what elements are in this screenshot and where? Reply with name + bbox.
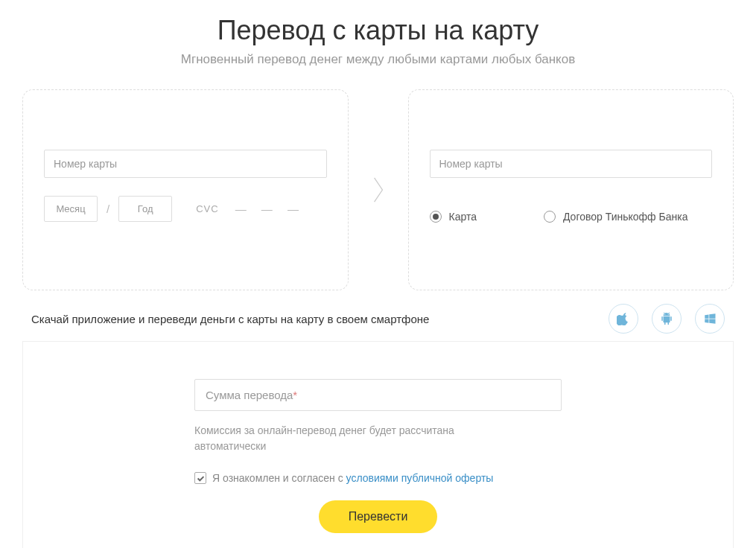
radio-label-card: Карта xyxy=(449,211,477,223)
android-icon xyxy=(660,312,673,325)
cvc-input[interactable]: — — — xyxy=(235,203,305,215)
radio-icon xyxy=(544,211,556,223)
expiry-year-input[interactable] xyxy=(118,196,172,222)
android-app-button[interactable] xyxy=(652,304,682,334)
fee-note: Комиссия за онлайн-перевод денег будет р… xyxy=(194,423,477,454)
offer-terms-link[interactable]: условиями публичной оферты xyxy=(346,472,494,484)
amount-input[interactable]: Сумма перевода* xyxy=(194,379,562,411)
page-title: Перевод с карты на карту xyxy=(22,15,734,46)
to-card-panel: Карта Договор Тинькофф Банка xyxy=(408,89,734,290)
from-card-number-input[interactable] xyxy=(44,150,327,178)
arrow-icon xyxy=(363,175,393,205)
agree-checkbox[interactable] xyxy=(194,472,206,484)
apple-app-button[interactable] xyxy=(609,304,638,334)
from-card-panel: / CVC — — — xyxy=(22,89,349,290)
windows-icon xyxy=(703,312,717,325)
expiry-separator: / xyxy=(107,203,109,215)
page-subtitle: Мгновенный перевод денег между любыми ка… xyxy=(22,52,734,67)
windows-app-button[interactable] xyxy=(695,304,725,334)
agree-text: Я ознакомлен и согласен с xyxy=(212,472,346,484)
promo-text: Скачай приложение и переведи деньги с ка… xyxy=(31,313,429,325)
radio-icon xyxy=(430,211,442,223)
required-mark: * xyxy=(293,389,297,401)
to-card-number-input[interactable] xyxy=(430,150,713,178)
radio-option-card[interactable]: Карта xyxy=(430,211,477,223)
amount-panel: Сумма перевода* Комиссия за онлайн-перев… xyxy=(22,341,734,548)
submit-button[interactable]: Перевести xyxy=(319,500,438,533)
radio-option-contract[interactable]: Договор Тинькофф Банка xyxy=(544,211,687,223)
check-icon xyxy=(197,474,205,482)
apple-icon xyxy=(617,312,630,325)
amount-placeholder: Сумма перевода xyxy=(206,389,293,401)
expiry-month-input[interactable] xyxy=(44,196,98,222)
radio-label-contract: Договор Тинькофф Банка xyxy=(563,211,687,223)
cvc-label: CVC xyxy=(196,203,218,214)
